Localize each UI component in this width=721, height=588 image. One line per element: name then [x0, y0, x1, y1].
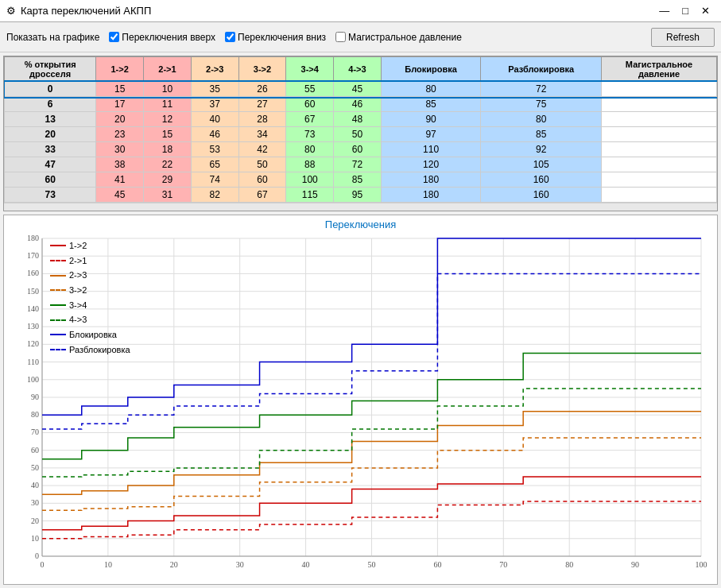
cell-pressure: [602, 82, 717, 97]
cell-43: 48: [334, 112, 382, 127]
table-row[interactable]: 60 41 29 74 60 100 85 180 160: [5, 172, 717, 188]
cell-34: 88: [286, 157, 334, 172]
checkbox-up-label[interactable]: Переключения вверх: [109, 32, 215, 43]
cell-32: 34: [238, 127, 286, 142]
cell-lock: 120: [381, 157, 480, 172]
table-row[interactable]: 47 38 22 65 50 88 72 120 105: [5, 157, 717, 172]
cell-pressure: [602, 172, 717, 188]
cell-34: 67: [286, 112, 334, 127]
table-section: % открытиядросселя 1->2 2->1 2->3 3->2 3…: [3, 56, 718, 211]
cell-pressure: [602, 188, 717, 203]
table-row[interactable]: 13 20 12 40 28 67 48 90 80: [5, 112, 717, 127]
cell-34: 55: [286, 82, 334, 97]
cell-32: 60: [238, 172, 286, 188]
cell-34: 80: [286, 142, 334, 157]
cell-23: 40: [191, 112, 238, 127]
cell-23: 74: [191, 172, 238, 188]
col-header-pressure: Магистральноедавление: [602, 57, 717, 82]
cell-throttle: 73: [5, 188, 96, 203]
checkbox-down-label[interactable]: Переключения вниз: [225, 32, 326, 43]
col-header-throttle: % открытиядросселя: [5, 57, 96, 82]
cell-unlock: 160: [481, 172, 602, 188]
cell-43: 45: [334, 82, 382, 97]
cell-23: 46: [191, 127, 238, 142]
legend-item-23: 2->3: [50, 268, 130, 283]
cell-21: 15: [144, 127, 192, 142]
cell-unlock: 160: [481, 188, 602, 203]
cell-12: 15: [96, 82, 144, 97]
checkbox-down[interactable]: [225, 32, 235, 42]
cell-unlock: 92: [481, 142, 602, 157]
refresh-button[interactable]: Refresh: [651, 28, 715, 47]
cell-21: 11: [144, 97, 192, 112]
legend-item-lock: Блокировка: [50, 327, 130, 342]
cell-43: 50: [334, 127, 382, 142]
table-row[interactable]: 6 17 11 37 27 60 46 85 75: [5, 97, 717, 112]
cell-12: 30: [96, 142, 144, 157]
table-row[interactable]: 33 30 18 53 42 80 60 110 92: [5, 142, 717, 157]
cell-12: 20: [96, 112, 144, 127]
legend-item-12: 1->2: [50, 238, 130, 253]
cell-throttle: 13: [5, 112, 96, 127]
table-row[interactable]: 0 15 10 35 26 55 45 80 72: [5, 82, 717, 97]
legend-item-34: 3->4: [50, 298, 130, 313]
col-header-21: 2->1: [144, 57, 192, 82]
toolbar: Показать на графике Переключения вверх П…: [0, 22, 721, 52]
cell-34: 60: [286, 97, 334, 112]
cell-throttle: 0: [5, 82, 96, 97]
cell-pressure: [602, 97, 717, 112]
checkbox-up[interactable]: [109, 32, 119, 42]
cell-43: 60: [334, 142, 382, 157]
cell-21: 10: [144, 82, 192, 97]
cell-32: 27: [238, 97, 286, 112]
cell-lock: 97: [381, 127, 480, 142]
cell-23: 37: [191, 97, 238, 112]
cell-12: 23: [96, 127, 144, 142]
cell-43: 72: [334, 157, 382, 172]
table-row[interactable]: 20 23 15 46 34 73 50 97 85: [5, 127, 717, 142]
col-header-unlock: Разблокировка: [481, 57, 602, 82]
cell-21: 18: [144, 142, 192, 157]
col-header-34: 3->4: [286, 57, 334, 82]
cell-12: 45: [96, 188, 144, 203]
cell-34: 115: [286, 188, 334, 203]
checkbox-pressure[interactable]: [335, 32, 346, 42]
cell-throttle: 20: [5, 127, 96, 142]
cell-21: 22: [144, 157, 192, 172]
cell-32: 50: [238, 157, 286, 172]
cell-pressure: [602, 127, 717, 142]
cell-32: 42: [238, 142, 286, 157]
chart-legend: 1->2 2->1 2->3 3->2 3->4 4->3 Блокировка…: [50, 238, 130, 358]
col-header-12: 1->2: [96, 57, 144, 82]
close-button[interactable]: ✕: [696, 5, 715, 17]
cell-lock: 180: [381, 172, 480, 188]
cell-23: 65: [191, 157, 238, 172]
cell-lock: 180: [381, 188, 480, 203]
show-label: Показать на графике: [6, 32, 99, 43]
main-container: % открытиядросселя 1->2 2->1 2->3 3->2 3…: [0, 52, 721, 588]
cell-lock: 85: [381, 97, 480, 112]
checkbox-pressure-label[interactable]: Магистральное давление: [335, 32, 462, 43]
chart-section: Переключения 1->2 2->1 2->3 3->2 3->4 4-…: [3, 215, 718, 585]
col-header-23: 2->3: [191, 57, 238, 82]
legend-item-32: 3->2: [50, 283, 130, 298]
table-row[interactable]: 73 45 31 82 67 115 95 180 160: [5, 188, 717, 203]
cell-unlock: 75: [481, 97, 602, 112]
cell-43: 85: [334, 172, 382, 188]
cell-32: 67: [238, 188, 286, 203]
cell-21: 31: [144, 188, 192, 203]
cell-21: 12: [144, 112, 192, 127]
cell-pressure: [602, 112, 717, 127]
title-bar: ⚙ Карта переключений АКПП — □ ✕: [0, 0, 721, 22]
col-header-32: 3->2: [238, 57, 286, 82]
cell-23: 82: [191, 188, 238, 203]
cell-unlock: 80: [481, 112, 602, 127]
cell-34: 73: [286, 127, 334, 142]
cell-lock: 80: [381, 82, 480, 97]
maximize-button[interactable]: □: [677, 5, 693, 17]
cell-43: 46: [334, 97, 382, 112]
cell-unlock: 72: [481, 82, 602, 97]
minimize-button[interactable]: —: [654, 5, 674, 17]
table-scrollbar[interactable]: [4, 203, 717, 211]
cell-32: 28: [238, 112, 286, 127]
